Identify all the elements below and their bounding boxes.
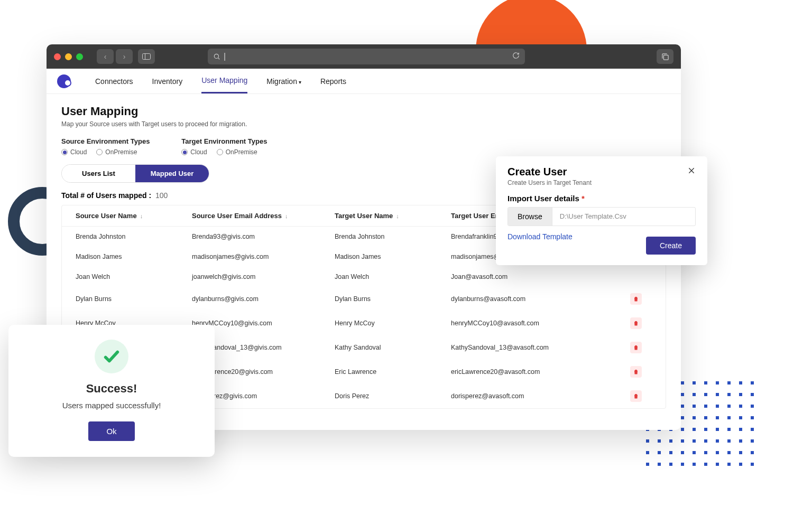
delete-row-button[interactable]: [630, 390, 642, 402]
svg-point-2: [214, 54, 218, 58]
forward-button[interactable]: ›: [116, 49, 133, 64]
trash-icon: [633, 344, 639, 351]
success-message: Users mapped successfully!: [21, 401, 202, 410]
target-env-block: Target Environment Types Cloud OnPremise: [181, 137, 267, 156]
svg-line-3: [218, 58, 220, 60]
success-modal: Success! Users mapped successfully! Ok: [8, 325, 215, 457]
nav-migration[interactable]: Migration▾: [266, 70, 301, 93]
cell-target-email: ericLawrence20@avasoft.com: [451, 368, 620, 376]
import-label: Import User details *: [508, 194, 696, 203]
cell-source-email: madisonjames@givis.com: [192, 253, 335, 260]
cell-source-email: joanwelch@givis.com: [192, 273, 335, 280]
back-button[interactable]: ‹: [97, 49, 114, 64]
tabs-icon: [661, 53, 669, 61]
reload-button[interactable]: [512, 52, 520, 61]
browse-button[interactable]: Browse: [508, 208, 552, 226]
cell-target-email: dylanburns@avasoft.com: [451, 295, 620, 303]
delete-row-button[interactable]: [630, 342, 642, 353]
popover-title: Create User: [508, 166, 592, 178]
source-env-block: Source Environment Types Cloud OnPremise: [61, 137, 150, 156]
sort-arrow-icon: ↓: [140, 213, 143, 219]
col-source-email[interactable]: Source User Email Address↓: [192, 212, 335, 220]
file-path-display: D:\User Template.Csv: [552, 208, 695, 226]
environment-selectors: Source Environment Types Cloud OnPremise…: [61, 137, 666, 156]
sort-arrow-icon: ↓: [285, 213, 288, 219]
svg-rect-0: [143, 54, 151, 60]
col-target-name[interactable]: Target User Name↓: [335, 212, 451, 220]
cell-target-email: Joan@avasoft.com: [451, 273, 620, 280]
cell-target-email: henryMCCoy10@avasoft.com: [451, 320, 620, 327]
trash-icon: [633, 320, 639, 326]
sidebar-icon: [142, 53, 151, 60]
cell-source-name: Joan Welch: [76, 273, 192, 280]
target-env-label: Target Environment Types: [181, 137, 267, 145]
close-window-icon[interactable]: [54, 53, 61, 60]
tabs-button[interactable]: [657, 49, 673, 64]
mapped-count-label: Total # of Users mapped :: [61, 191, 151, 200]
source-onprem-radio[interactable]: OnPremise: [96, 148, 137, 156]
svg-rect-4: [663, 55, 668, 60]
browser-nav-buttons: ‹ ›: [97, 49, 133, 64]
popover-subtitle: Create Users in Target Tenant: [508, 179, 592, 186]
radio-label: OnPremise: [105, 148, 137, 156]
cell-target-name: Eric Lawrence: [335, 368, 451, 376]
cell-target-name: Madison James: [335, 253, 451, 260]
page-subtitle: Map your Source users with Target users …: [61, 120, 666, 128]
trash-icon: [633, 393, 639, 399]
cell-source-email: henryMCCoy10@givis.com: [192, 320, 335, 327]
browser-titlebar: ‹ › |: [47, 44, 681, 69]
cell-target-email: dorisperez@avasoft.com: [451, 392, 620, 400]
radio-label: Cloud: [190, 148, 207, 156]
reload-icon: [512, 52, 520, 59]
file-input-row: Browse D:\User Template.Csv: [508, 207, 696, 226]
view-segment: Users List Mapped User: [61, 164, 209, 183]
segment-mapped-user[interactable]: Mapped User: [135, 165, 209, 182]
delete-row-button[interactable]: [630, 317, 642, 329]
nav-reports[interactable]: Reports: [320, 70, 346, 93]
source-cloud-radio[interactable]: Cloud: [61, 148, 87, 156]
delete-row-button[interactable]: [630, 366, 642, 378]
cell-source-name: Madison James: [76, 253, 192, 260]
address-bar[interactable]: |: [208, 49, 525, 64]
create-button[interactable]: Create: [646, 237, 696, 255]
success-check-circle: [95, 340, 128, 373]
trash-icon: [633, 369, 639, 375]
success-title: Success!: [21, 382, 202, 396]
required-star: *: [582, 194, 585, 203]
sidebar-toggle-button[interactable]: [138, 49, 155, 64]
nav-connectors[interactable]: Connectors: [95, 70, 133, 93]
ok-button[interactable]: Ok: [88, 421, 134, 441]
popover-close-button[interactable]: [687, 166, 696, 176]
radio-label: OnPremise: [226, 148, 257, 156]
app-logo: [57, 74, 71, 88]
download-template-link[interactable]: Download Template: [508, 232, 573, 241]
source-env-label: Source Environment Types: [61, 137, 150, 145]
trash-icon: [633, 296, 639, 302]
sort-arrow-icon: ↓: [396, 213, 399, 219]
cell-target-name: Brenda Johnston: [335, 233, 451, 240]
create-user-popover: Create User Create Users in Target Tenan…: [496, 156, 707, 265]
address-cursor: |: [224, 52, 226, 61]
cell-target-name: Henry McCoy: [335, 320, 451, 327]
window-controls: [54, 53, 83, 60]
target-cloud-radio[interactable]: Cloud: [181, 148, 207, 156]
col-source-name[interactable]: Source User Name↓: [76, 212, 192, 220]
nav-user-mapping[interactable]: User Mapping: [201, 69, 247, 93]
maximize-window-icon[interactable]: [76, 53, 83, 60]
minimize-window-icon[interactable]: [65, 53, 72, 60]
segment-users-list[interactable]: Users List: [62, 165, 135, 182]
cell-target-name: Kathy Sandoval: [335, 344, 451, 351]
nav-migration-label: Migration: [266, 77, 297, 86]
cell-source-email: Brenda93@givis.com: [192, 233, 335, 240]
delete-row-button[interactable]: [630, 293, 642, 305]
mapped-count-value: 100: [155, 191, 168, 200]
target-onprem-radio[interactable]: OnPremise: [217, 148, 257, 156]
page-title: User Mapping: [61, 105, 666, 118]
nav-inventory[interactable]: Inventory: [152, 70, 183, 93]
cell-source-email: dylanburns@givis.com: [192, 295, 335, 303]
check-icon: [103, 348, 121, 365]
search-icon: [213, 53, 220, 60]
table-row: Joan Welchjoanwelch@givis.comJoan WelchJ…: [62, 267, 666, 287]
radio-label: Cloud: [70, 148, 87, 156]
cell-target-name: Dylan Burns: [335, 295, 451, 303]
